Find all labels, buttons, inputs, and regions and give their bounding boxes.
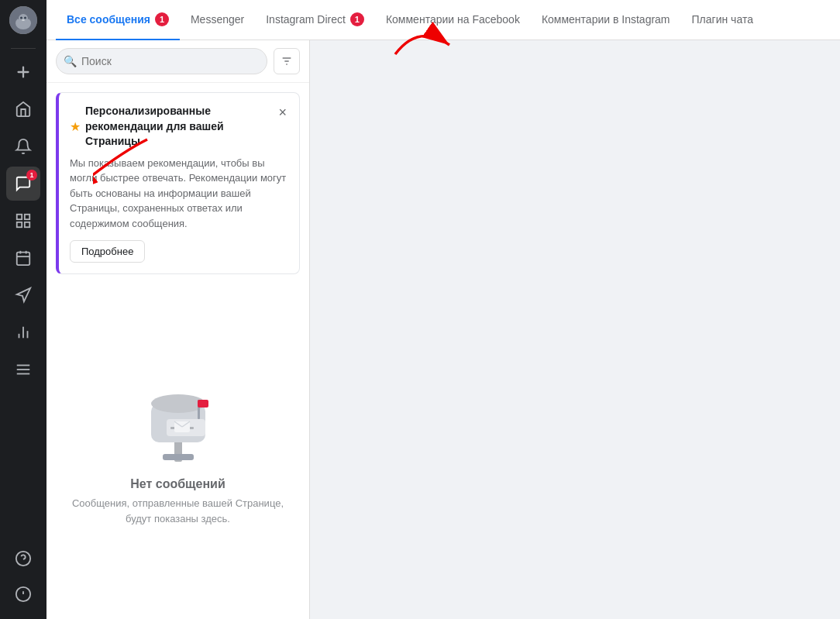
recommendation-card: ★ Персонализированные рекомендации для в… [56,92,300,274]
sidebar-item-ads[interactable] [6,278,40,312]
sidebar-item-plus[interactable] [6,55,40,89]
svg-point-4 [19,14,28,23]
sidebar-divider [11,48,36,49]
right-panel [310,40,840,619]
tab-messenger[interactable]: Messenger [180,0,255,40]
tab-ig-label: Комментарии в Instagram [542,13,670,26]
sidebar-item-help[interactable] [6,542,40,576]
search-icon: 🔍 [64,55,77,67]
tab-instagram-label: Instagram Direct [266,13,346,26]
search-bar: 🔍 [46,40,309,83]
svg-point-7 [22,19,25,21]
tab-all-badge: 1 [155,12,169,26]
svg-point-6 [24,17,26,19]
tab-fb-label: Комментарии на Facebook [386,13,520,26]
avatar[interactable] [9,6,37,34]
tab-ig-comments[interactable]: Комментарии в Instagram [531,0,681,40]
left-panel: 🔍 ★ [46,40,310,619]
sidebar-item-notifications[interactable] [6,129,40,163]
tab-instagram-direct[interactable]: Instagram Direct 1 [255,0,375,40]
search-wrapper: 🔍 [56,48,267,74]
mailbox-illustration [132,377,225,462]
card-title: Персонализированные рекомендации для ваш… [85,104,277,150]
empty-state: Нет сообщений Сообщения, отправленные ва… [46,284,309,619]
main-wrapper: Все сообщения 1 Messenger Instagram Dire… [46,0,840,619]
tab-all-messages[interactable]: Все сообщения 1 [56,0,180,40]
empty-subtitle: Сообщения, отправленные вашей Странице, … [62,496,294,526]
sidebar-item-home[interactable] [6,92,40,126]
sidebar-item-analytics[interactable] [6,315,40,349]
svg-rect-12 [17,253,30,266]
messages-badge: 1 [26,170,37,181]
tab-instagram-badge: 1 [350,12,364,26]
svg-rect-11 [25,222,29,227]
sidebar-bottom [6,540,40,613]
svg-rect-9 [25,215,29,219]
main-content: Все сообщения 1 Messenger Instagram Dire… [46,0,840,619]
search-input[interactable] [56,48,267,74]
more-button[interactable]: Подробнее [70,240,145,263]
svg-point-33 [151,394,205,413]
tab-chat-label: Плагин чата [692,13,753,26]
card-title-row: ★ Персонализированные рекомендации для в… [70,104,277,150]
card-body: Мы показываем рекомендации, чтобы вы мог… [70,156,288,232]
filter-button[interactable] [274,48,300,74]
sidebar-item-content[interactable] [6,204,40,238]
svg-rect-31 [163,454,194,460]
tab-fb-comments[interactable]: Комментарии на Facebook [375,0,531,40]
card-header: ★ Персонализированные рекомендации для в… [70,104,288,150]
sidebar-item-calendar[interactable] [6,241,40,275]
tab-all-label: Все сообщения [67,13,150,26]
sidebar-item-messages[interactable]: 1 [6,167,40,201]
sidebar: 1 [0,0,46,619]
svg-point-5 [20,17,22,19]
svg-rect-10 [17,222,22,227]
content-area: 🔍 ★ [46,40,840,619]
sidebar-item-menu[interactable] [6,352,40,387]
empty-title: Нет сообщений [130,477,225,491]
tabs-bar: Все сообщения 1 Messenger Instagram Dire… [46,0,840,40]
svg-rect-36 [198,400,208,408]
card-body-text: Мы показываем рекомендации, чтобы вы мог… [70,157,286,229]
tab-messenger-label: Messenger [191,13,244,26]
tab-chat-plugin[interactable]: Плагин чата [681,0,764,40]
svg-rect-8 [17,215,22,219]
sidebar-item-alert[interactable] [6,577,40,611]
close-button[interactable]: × [277,104,288,121]
star-icon: ★ [70,119,81,134]
